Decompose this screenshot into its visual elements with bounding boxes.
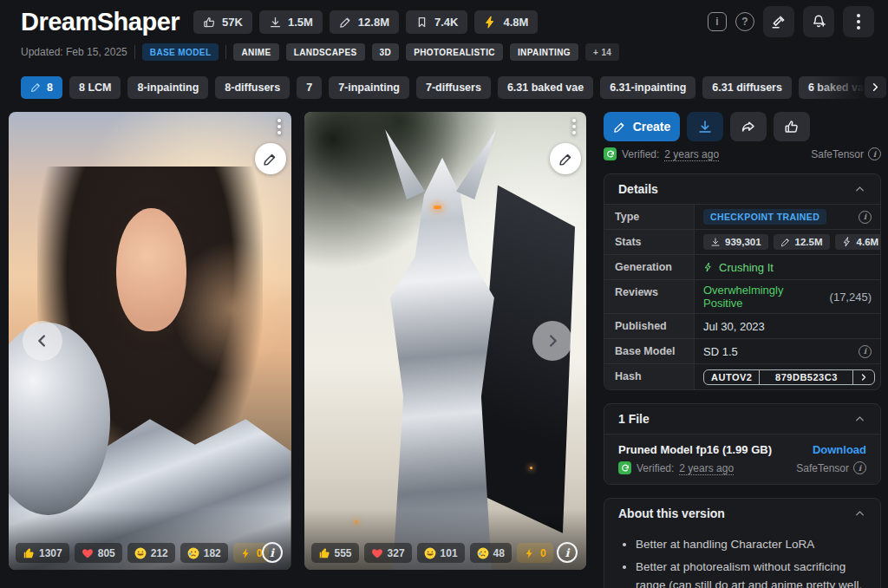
verified-label: Verified:	[637, 462, 674, 474]
download-button[interactable]	[687, 112, 723, 141]
details-table: Type CHECKPOINT TRAINED i Stats 939,301	[604, 204, 880, 389]
row-label: Stats	[604, 230, 695, 254]
generation-status: Crushing It	[703, 261, 774, 274]
more-tags-badge[interactable]: + 14	[585, 43, 619, 61]
row-label: Generation	[604, 255, 695, 279]
remix-button[interactable]	[255, 143, 286, 174]
info-icon[interactable]: i	[853, 461, 866, 474]
table-row: Generation Crushing It	[604, 255, 880, 280]
version-pill[interactable]: 6.31 diffusers	[702, 76, 792, 99]
row-label: Reviews	[604, 280, 695, 313]
notify-button[interactable]	[803, 6, 834, 37]
reaction-zap[interactable]: 0	[517, 543, 553, 563]
bookmarks-stat[interactable]: 7.4K	[406, 10, 467, 34]
about-header[interactable]: About this version	[604, 499, 880, 528]
reaction-like[interactable]: 555	[311, 543, 359, 563]
bolt-icon	[842, 237, 852, 247]
info-icon[interactable]: i	[859, 211, 872, 224]
version-pill[interactable]: 6.31 baked vae	[498, 76, 593, 99]
download-icon	[710, 237, 721, 247]
chevron-right-icon	[869, 81, 882, 94]
report-button[interactable]	[763, 6, 794, 37]
likes-stat[interactable]: 57K	[193, 10, 252, 34]
hash-expand-button[interactable]	[852, 370, 874, 384]
tag-badge[interactable]: ANIME	[233, 43, 278, 61]
brush-icon	[263, 152, 278, 167]
verified-time[interactable]: 2 years ago	[664, 148, 719, 160]
cry-emoji-icon	[477, 547, 489, 559]
meta-row: Updated: Feb 15, 2025 BASE MODEL ANIME L…	[21, 43, 874, 61]
header-actions: i ?	[708, 6, 874, 37]
tag-badge[interactable]: LANDSCAPES	[286, 43, 365, 61]
remix-button[interactable]	[550, 143, 581, 174]
version-pill-selected[interactable]: 8	[21, 76, 62, 99]
bookmarks-count: 7.4K	[434, 16, 458, 29]
brush-icon	[780, 237, 791, 247]
downloads-stat[interactable]: 1.5M	[259, 10, 323, 34]
reaction-laugh[interactable]: 212	[127, 543, 175, 563]
version-pill[interactable]: 8-inpainting	[127, 76, 208, 99]
energy-stat[interactable]: 4.8M	[474, 10, 538, 34]
details-header[interactable]: Details	[604, 174, 880, 204]
model-page: DreamShaper 57K 1.5M 12.8M 7.4K 4.8M	[0, 0, 888, 588]
stat-generations: 12.5M	[774, 234, 830, 250]
verified-time[interactable]: 2 years ago	[679, 462, 734, 474]
row-label: Base Model	[604, 339, 695, 363]
reaction-heart[interactable]: 327	[364, 543, 412, 563]
more-menu-button[interactable]	[843, 6, 874, 37]
reviews-link[interactable]: Overwhelmingly Positive	[703, 284, 825, 310]
reaction-like[interactable]: 1307	[16, 543, 69, 563]
table-row: Type CHECKPOINT TRAINED i	[604, 205, 880, 230]
heart-emoji-icon	[371, 547, 383, 559]
tag-badge[interactable]: INPAINTING	[510, 43, 578, 61]
version-pill[interactable]: 7-diffusers	[416, 76, 491, 99]
share-button[interactable]	[730, 112, 767, 141]
reaction-bar: 1307 805 212 182	[16, 543, 269, 563]
reviews-count: (17,245)	[830, 291, 872, 304]
info-icon[interactable]: i	[708, 12, 727, 31]
carousel-next-button[interactable]	[532, 321, 572, 361]
thumb-up-emoji-icon	[318, 547, 330, 559]
stat-downloads: 939,301	[703, 234, 768, 250]
version-pill[interactable]: 8 LCM	[69, 76, 121, 99]
create-button[interactable]: Create	[604, 112, 680, 141]
versions-scroll-right-button[interactable]	[865, 76, 886, 98]
version-pill[interactable]: 7-inpainting	[329, 76, 409, 99]
like-button[interactable]	[774, 112, 810, 141]
gallery-image-2[interactable]: 555 327 101 48	[304, 112, 587, 570]
file-download-link[interactable]: Download	[813, 443, 866, 456]
file-name: Pruned Model fp16 (1.99 GB)	[618, 443, 772, 456]
reaction-heart[interactable]: 805	[75, 543, 122, 563]
type-badge[interactable]: CHECKPOINT TRAINED	[703, 209, 826, 225]
reaction-cry[interactable]: 48	[470, 543, 512, 563]
page-title: DreamShaper	[21, 8, 180, 36]
chevron-up-icon	[853, 507, 866, 520]
gallery-image-1[interactable]: 1307 805 212 182	[9, 112, 291, 570]
details-card: Details Type CHECKPOINT TRAINED i Stats	[604, 173, 881, 390]
image-info-button[interactable]: i	[557, 542, 578, 563]
version-pill[interactable]: 8-diffusers	[215, 76, 290, 99]
image-menu-button[interactable]	[572, 119, 576, 134]
info-icon[interactable]: i	[859, 345, 872, 358]
energy-count: 4.8M	[503, 16, 528, 29]
bolt-icon	[484, 16, 497, 29]
reaction-laugh[interactable]: 101	[417, 543, 465, 563]
tag-badge[interactable]: 3D	[372, 43, 400, 61]
tag-base-model[interactable]: BASE MODEL	[142, 43, 219, 61]
files-header[interactable]: 1 File	[604, 404, 880, 434]
hash-copy-button[interactable]: AUTOV2 879DB523C3	[703, 369, 875, 385]
info-icon[interactable]: i	[868, 147, 881, 160]
image-menu-button[interactable]	[278, 119, 281, 134]
reaction-cry[interactable]: 182	[180, 543, 228, 563]
help-icon[interactable]: ?	[735, 12, 754, 31]
image-info-button[interactable]: i	[262, 542, 283, 563]
thumb-up-emoji-icon	[23, 547, 35, 559]
version-pill[interactable]: 6.31-inpainting	[600, 76, 695, 99]
generations-stat[interactable]: 12.8M	[330, 10, 399, 34]
file-format-label: SafeTensor	[811, 148, 864, 160]
version-pill[interactable]: 7	[297, 76, 322, 99]
carousel-prev-button[interactable]	[23, 321, 62, 361]
table-row: Hash AUTOV2 879DB523C3	[604, 364, 880, 389]
tag-badge[interactable]: PHOTOREALISTIC	[406, 43, 503, 61]
chevron-left-icon	[33, 331, 52, 350]
